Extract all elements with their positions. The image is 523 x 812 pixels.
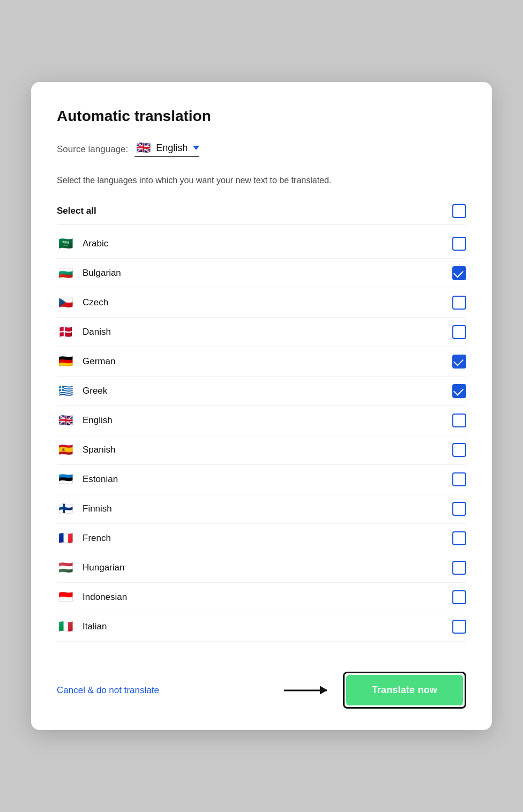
language-item-german: 🇩🇪German (57, 347, 466, 377)
language-item-left-danish: 🇩🇰Danish (57, 326, 111, 338)
source-language-flag: 🇬🇧 (135, 142, 152, 154)
select-all-row: Select all (57, 198, 466, 225)
checkbox-english[interactable] (452, 413, 466, 427)
checkbox-danish[interactable] (452, 325, 466, 339)
language-item-greek: 🇬🇷Greek (57, 377, 466, 406)
source-language-value: English (156, 142, 188, 154)
language-name-italian: Italian (83, 621, 107, 632)
language-item-left-indonesian: 🇮🇩Indonesian (57, 591, 127, 603)
language-item-spanish: 🇪🇸Spanish (57, 435, 466, 465)
language-item-estonian: 🇪🇪Estonian (57, 465, 466, 494)
language-item-english: 🇬🇧English (57, 406, 466, 435)
checkbox-greek[interactable] (452, 384, 466, 398)
flag-icon-german: 🇩🇪 (57, 356, 74, 367)
language-item-left-german: 🇩🇪German (57, 356, 115, 367)
flag-icon-bulgarian: 🇧🇬 (57, 267, 74, 279)
translate-button-wrapper: Translate now (343, 672, 466, 709)
flag-icon-czech: 🇨🇿 (57, 297, 74, 309)
language-item-left-bulgarian: 🇧🇬Bulgarian (57, 267, 121, 279)
arrow-line (284, 689, 327, 691)
source-language-select[interactable]: 🇬🇧 English (135, 142, 199, 157)
language-item-bulgarian: 🇧🇬Bulgarian (57, 259, 466, 288)
language-item-left-czech: 🇨🇿Czech (57, 297, 108, 309)
checkbox-hungarian[interactable] (452, 561, 466, 575)
language-item-italian: 🇮🇹Italian (57, 612, 466, 642)
checkbox-italian[interactable] (452, 620, 466, 634)
checkbox-spanish[interactable] (452, 443, 466, 457)
flag-icon-arabic: 🇸🇦 (57, 238, 74, 250)
checkbox-indonesian[interactable] (452, 590, 466, 604)
flag-icon-estonian: 🇪🇪 (57, 473, 74, 485)
modal-title: Automatic translation (57, 108, 466, 125)
flag-icon-hungarian: 🇭🇺 (57, 562, 74, 574)
language-item-left-greek: 🇬🇷Greek (57, 385, 107, 397)
language-name-finnish: Finnish (83, 503, 112, 514)
select-all-label: Select all (57, 206, 96, 216)
checkbox-finnish[interactable] (452, 502, 466, 516)
footer-row: Cancel & do not translate Translate now (57, 663, 466, 709)
flag-icon-danish: 🇩🇰 (57, 326, 74, 338)
chevron-down-icon (193, 146, 199, 150)
checkbox-french[interactable] (452, 531, 466, 545)
language-item-left-spanish: 🇪🇸Spanish (57, 444, 115, 456)
language-name-indonesian: Indonesian (83, 592, 127, 603)
language-item-left-estonian: 🇪🇪Estonian (57, 473, 118, 485)
language-item-hungarian: 🇭🇺Hungarian (57, 553, 466, 583)
flag-icon-english: 🇬🇧 (57, 415, 74, 426)
language-item-left-arabic: 🇸🇦Arabic (57, 238, 108, 250)
language-item-left-italian: 🇮🇹Italian (57, 621, 107, 633)
language-name-greek: Greek (83, 386, 107, 396)
cancel-link[interactable]: Cancel & do not translate (57, 685, 159, 696)
language-item-finnish: 🇫🇮Finnish (57, 494, 466, 524)
language-name-estonian: Estonian (83, 474, 118, 485)
flag-icon-spanish: 🇪🇸 (57, 444, 74, 456)
flag-icon-greek: 🇬🇷 (57, 385, 74, 397)
language-name-arabic: Arabic (83, 238, 108, 249)
language-item-czech: 🇨🇿Czech (57, 288, 466, 318)
translate-now-button[interactable]: Translate now (346, 675, 463, 705)
language-item-left-english: 🇬🇧English (57, 415, 113, 426)
checkbox-arabic[interactable] (452, 237, 466, 251)
language-item-left-finnish: 🇫🇮Finnish (57, 503, 112, 515)
flag-icon-italian: 🇮🇹 (57, 621, 74, 633)
language-name-bulgarian: Bulgarian (83, 268, 121, 279)
checkbox-czech[interactable] (452, 296, 466, 310)
language-item-french: 🇫🇷French (57, 524, 466, 553)
language-name-czech: Czech (83, 297, 108, 308)
language-name-hungarian: Hungarian (83, 562, 124, 573)
language-name-spanish: Spanish (83, 445, 115, 455)
language-item-left-hungarian: 🇭🇺Hungarian (57, 562, 124, 574)
select-all-checkbox[interactable] (452, 204, 466, 218)
language-name-english: English (83, 415, 113, 426)
translate-btn-border: Translate now (343, 672, 466, 709)
language-item-danish: 🇩🇰Danish (57, 318, 466, 347)
source-language-label: Source language: (57, 144, 128, 155)
language-item-arabic: 🇸🇦Arabic (57, 229, 466, 259)
language-name-danish: Danish (83, 327, 111, 337)
flag-icon-french: 🇫🇷 (57, 532, 74, 544)
flag-icon-indonesian: 🇮🇩 (57, 591, 74, 603)
language-name-german: German (83, 356, 115, 367)
language-item-indonesian: 🇮🇩Indonesian (57, 583, 466, 612)
checkbox-german[interactable] (452, 355, 466, 369)
source-language-row: Source language: 🇬🇧 English (57, 142, 466, 157)
automatic-translation-modal: Automatic translation Source language: 🇬… (31, 82, 492, 730)
arrow-annotation (284, 689, 327, 691)
instruction-text: Select the languages into which you want… (57, 174, 466, 187)
language-item-left-french: 🇫🇷French (57, 532, 111, 544)
language-list: 🇸🇦Arabic🇧🇬Bulgarian🇨🇿Czech🇩🇰Danish🇩🇪Germ… (57, 229, 466, 642)
checkbox-estonian[interactable] (452, 472, 466, 486)
checkbox-bulgarian[interactable] (452, 266, 466, 280)
flag-icon-finnish: 🇫🇮 (57, 503, 74, 515)
language-name-french: French (83, 533, 111, 544)
